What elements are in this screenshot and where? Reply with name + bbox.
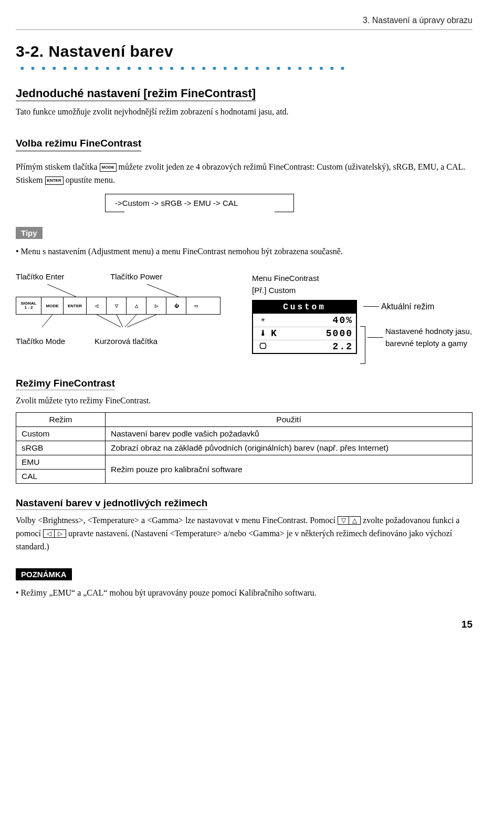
mode-cycle-box: ->Custom -> sRGB -> EMU -> CAL <box>105 194 294 212</box>
osd-row-brightness: ☀ 40% <box>253 314 356 327</box>
button-diagram: Tlačítko Enter Tlačítko Power SIGNAL 1 -… <box>16 272 472 364</box>
table-row: EMU Režim pouze pro kalibrační software <box>16 455 472 470</box>
subheading-simple-setup: Jednoduché nastavení [režim FineContrast… <box>16 87 472 100</box>
decorative-dots: ● ● ● ● ● ● ● ● ● ● ● ● ● ● ● ● ● ● ● ● … <box>20 64 345 72</box>
svg-line-1 <box>147 284 178 297</box>
down-arrow-key-icon: ▽ <box>338 516 349 525</box>
svg-line-0 <box>47 284 76 297</box>
mode-button-label: Tlačítko Mode <box>16 337 94 346</box>
modes-intro: Zvolit můžete tyto režimy FineContrast. <box>16 394 472 408</box>
up-arrow-button: △ <box>127 297 146 314</box>
text: Přímým stiskem tlačítka <box>16 162 100 171</box>
power-led: ▭ <box>186 297 206 314</box>
monitor-button-strip: SIGNAL 1 - 2 MODE ENTER ◁ ▽ △ ▷ ⏻ ▭ <box>16 297 220 315</box>
svg-line-6 <box>127 315 156 327</box>
svg-line-5 <box>125 315 136 327</box>
tips-badge: Tipy <box>16 227 43 239</box>
temperature-icon: 🌡 <box>256 329 271 338</box>
left-arrow-button: ◁ <box>87 297 107 314</box>
modes-th-use: Použití <box>106 413 472 427</box>
mode-select-paragraph: Přímým stiskem tlačítka MODE můžete zvol… <box>16 161 472 187</box>
right-arrow-button: ▷ <box>146 297 166 314</box>
osd-row-temperature: 🌡 K 5000 <box>253 327 356 340</box>
power-button: ⏻ <box>166 297 186 314</box>
note-badge: POZNÁMKA <box>16 568 72 580</box>
left-arrow-key-icon: ◁ <box>43 529 55 538</box>
table-row: sRGB Zobrazí obraz na základě původních … <box>16 441 472 455</box>
osd-caption: Menu FineContrast [Př.] Custom <box>252 272 472 297</box>
power-button-label: Tlačítko Power <box>110 272 215 281</box>
bracket-icon <box>360 326 365 364</box>
right-arrow-key-icon: ▷ <box>55 529 66 538</box>
callout-lines-top <box>16 284 220 297</box>
down-arrow-button: ▽ <box>107 297 127 314</box>
svg-line-2 <box>42 315 52 327</box>
osd-title: Custom <box>253 301 356 314</box>
subheading-per-mode-adjust: Nastavení barev v jednotlivých režimech <box>16 497 472 509</box>
osd-panel: Custom ☀ 40% 🌡 K 5000 🖵 2.2 <box>252 300 357 354</box>
mode-button: MODE <box>41 297 64 314</box>
signal-button: SIGNAL 1 - 2 <box>16 297 41 314</box>
enter-button-label: Tlačítko Enter <box>16 272 110 281</box>
table-row: Custom Nastavení barev podle vašich poža… <box>16 427 472 441</box>
page-number: 15 <box>16 619 472 630</box>
gamma-icon: 🖵 <box>256 342 271 351</box>
modes-table: Režim Použití Custom Nastavení barev pod… <box>16 412 472 484</box>
up-arrow-key-icon: △ <box>349 516 361 525</box>
osd-brightness-value: 40% <box>271 315 353 326</box>
annot-line-icon <box>363 306 379 307</box>
section-heading: 3-2. Nastavení barev <box>16 43 173 60</box>
enter-key-icon: ENTER <box>45 176 64 185</box>
note-bullet: Režimy „EMU“ a „CAL“ mohou být upravován… <box>16 587 472 600</box>
svg-line-3 <box>97 315 121 327</box>
mode-key-icon: MODE <box>100 163 117 172</box>
subheading-mode-select: Volba režimu FineContrast <box>16 138 141 151</box>
tips-bullet: Menu s nastavením (Adjustment menu) a me… <box>16 245 472 258</box>
subheading-modes: Režimy FineContrast <box>16 378 472 389</box>
cursor-buttons-label: Kurzorová tlačítka <box>94 337 200 346</box>
osd-temperature-value: 5000 <box>278 328 353 339</box>
osd-annotation-values-2: barevné teploty a gamy <box>385 338 472 350</box>
annot-line-icon <box>368 337 383 338</box>
osd-gamma-value: 2.2 <box>271 341 353 352</box>
intro-paragraph: Tato funkce umožňuje zvolit nejvhodnější… <box>16 106 472 119</box>
modes-th-mode: Režim <box>16 413 106 427</box>
per-mode-adjust-paragraph: Volby <Brightness>, <Temperature> a <Gam… <box>16 514 472 553</box>
brightness-icon: ☀ <box>256 316 271 325</box>
osd-row-gamma: 🖵 2.2 <box>253 340 356 353</box>
text: opustíte menu. <box>66 175 115 184</box>
callout-lines-bottom <box>16 315 220 327</box>
osd-annotation-mode: Aktuální režim <box>381 302 434 311</box>
enter-button: ENTER <box>64 297 87 314</box>
chapter-breadcrumb: 3. Nastavení a úpravy obrazu <box>16 16 472 30</box>
osd-annotation-values-1: Nastavené hodnoty jasu, <box>385 326 472 338</box>
